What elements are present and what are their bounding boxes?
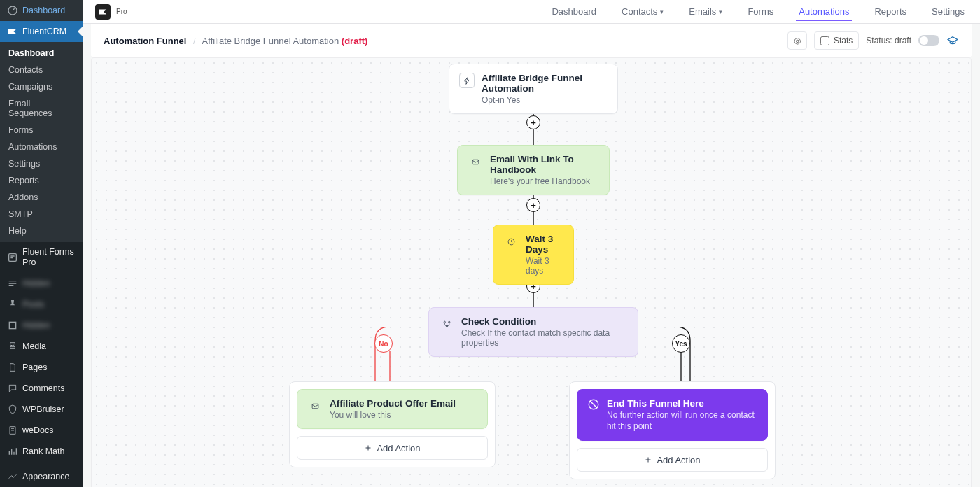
automation-header: Automation Funnel / Affiliate Bridge Fun… bbox=[91, 24, 972, 58]
appearance-icon bbox=[7, 471, 18, 482]
svg-rect-12 bbox=[312, 404, 318, 409]
stop-icon bbox=[587, 398, 600, 411]
pro-badge: Pro bbox=[116, 8, 127, 15]
chart-icon bbox=[7, 446, 18, 457]
wp-menu-comments[interactable]: Comments bbox=[0, 378, 83, 399]
wp-menu-hidden[interactable]: Hidden bbox=[0, 273, 83, 294]
breadcrumb: Automation Funnel / Affiliate Bridge Fun… bbox=[104, 36, 368, 46]
bolt-icon bbox=[459, 73, 475, 88]
wp-menu-dashboard[interactable]: Dashboard bbox=[0, 0, 83, 21]
trigger-node[interactable]: Affiliate Bridge Funnel Automation Opt-i… bbox=[449, 64, 618, 114]
wp-menu-wpbruiser[interactable]: WPBruiser bbox=[0, 399, 83, 420]
wp-menu-fluent-forms[interactable]: Fluent Forms Pro bbox=[0, 242, 83, 273]
fluentcrm-icon bbox=[7, 26, 18, 37]
nav-label: Emails bbox=[689, 6, 716, 17]
wp-menu-label: Fluent Forms Pro bbox=[22, 247, 76, 268]
shield-icon bbox=[7, 404, 18, 415]
generic-icon bbox=[7, 278, 18, 289]
crumb-separator: / bbox=[193, 36, 196, 46]
wp-menu-pages[interactable]: Pages bbox=[0, 357, 83, 378]
wp-menu-label: Comments bbox=[22, 383, 64, 394]
email-node[interactable]: Email With Link To Handbook Here's your … bbox=[457, 145, 610, 195]
nav-label: Contacts bbox=[622, 6, 657, 17]
submenu-contacts[interactable]: Contacts bbox=[0, 62, 83, 78]
wp-menu-label: Posts bbox=[22, 299, 44, 310]
wp-menu-appearance[interactable]: Appearance bbox=[0, 466, 83, 487]
add-action-button[interactable]: Add Action bbox=[297, 436, 488, 460]
add-step-button[interactable]: + bbox=[526, 198, 540, 212]
wp-menu-hidden2[interactable]: Hidden bbox=[0, 315, 83, 336]
svg-rect-2 bbox=[9, 322, 15, 328]
submenu-automations[interactable]: Automations bbox=[0, 139, 83, 155]
wp-menu-label: Media bbox=[22, 341, 46, 352]
crm-top-nav: Dashboard Contacts▾ Emails▾ Forms Automa… bbox=[549, 2, 967, 21]
wp-menu-label: Rank Math bbox=[22, 446, 64, 457]
add-action-button[interactable]: Add Action bbox=[577, 448, 768, 472]
svg-point-7 bbox=[444, 321, 445, 323]
connector-no-down bbox=[374, 351, 402, 386]
submenu-smtp[interactable]: SMTP bbox=[0, 206, 83, 223]
stats-button[interactable]: Stats bbox=[814, 31, 859, 50]
submenu-addons[interactable]: Addons bbox=[0, 189, 83, 206]
main-area: Pro Dashboard Contacts▾ Emails▾ Forms Au… bbox=[83, 0, 980, 487]
fluentcrm-submenu: Dashboard Contacts Campaigns Email Seque… bbox=[0, 42, 83, 242]
add-step-button[interactable]: + bbox=[526, 115, 540, 129]
fluentcrm-logo bbox=[95, 4, 111, 20]
nav-automations[interactable]: Automations bbox=[796, 2, 852, 21]
submenu-email-sequences[interactable]: Email Sequences bbox=[0, 95, 83, 122]
status-toggle[interactable] bbox=[918, 35, 939, 46]
wp-menu-label: weDocs bbox=[22, 425, 53, 436]
mail-icon bbox=[307, 398, 323, 414]
add-action-label: Add Action bbox=[657, 455, 700, 465]
submenu-campaigns[interactable]: Campaigns bbox=[0, 78, 83, 95]
nav-contacts[interactable]: Contacts▾ bbox=[619, 2, 666, 21]
branch-no-label: No bbox=[374, 334, 393, 353]
nav-dashboard[interactable]: Dashboard bbox=[549, 2, 599, 21]
wp-menu-media[interactable]: Media bbox=[0, 336, 83, 357]
generic-icon bbox=[7, 320, 18, 331]
stats-label: Stats bbox=[834, 36, 853, 45]
node-subtitle: Check If the contact match specific data… bbox=[461, 328, 628, 348]
branch-yes-label: Yes bbox=[672, 334, 690, 353]
nav-settings[interactable]: Settings bbox=[929, 2, 967, 21]
automation-canvas[interactable]: + + + Affiliate Bridge Funnel Automation… bbox=[91, 58, 972, 487]
email-node[interactable]: Affiliate Product Offer Email You will l… bbox=[297, 389, 488, 429]
end-node[interactable]: End This Funnel Here No further action w… bbox=[577, 389, 768, 441]
node-title: Check Condition bbox=[461, 316, 628, 327]
wp-menu-posts[interactable]: Posts bbox=[0, 294, 83, 315]
page-icon bbox=[7, 362, 18, 373]
submenu-forms[interactable]: Forms bbox=[0, 122, 83, 139]
nav-emails[interactable]: Emails▾ bbox=[686, 2, 725, 21]
wp-menu-label: Hidden bbox=[22, 320, 50, 331]
branch-box-yes: End This Funnel Here No further action w… bbox=[569, 381, 776, 479]
wp-menu-label: Appearance bbox=[22, 472, 69, 482]
crumb-root: Automation Funnel bbox=[104, 36, 186, 46]
submenu-reports[interactable]: Reports bbox=[0, 172, 83, 189]
wait-node[interactable]: Wait 3 Days Wait 3 days bbox=[493, 225, 574, 285]
branch-box-no: Affiliate Product Offer Email You will l… bbox=[289, 381, 496, 467]
wp-menu-fluentcrm[interactable]: FluentCRM bbox=[0, 21, 83, 42]
submenu-dashboard[interactable]: Dashboard bbox=[0, 45, 83, 62]
node-subtitle: No further action will run once a contac… bbox=[607, 410, 757, 432]
nav-reports[interactable]: Reports bbox=[872, 2, 909, 21]
add-action-label: Add Action bbox=[377, 443, 420, 453]
wp-menu-label: Dashboard bbox=[22, 6, 65, 16]
wp-menu-rankmath[interactable]: Rank Math bbox=[0, 441, 83, 462]
wp-menu-wedocs[interactable]: weDocs bbox=[0, 420, 83, 441]
condition-node[interactable]: Check Condition Check If the contact mat… bbox=[428, 307, 638, 357]
stats-checkbox[interactable] bbox=[820, 36, 830, 45]
branch-icon bbox=[439, 316, 454, 332]
node-title: End This Funnel Here bbox=[607, 398, 757, 409]
help-icon[interactable] bbox=[946, 34, 959, 47]
node-subtitle: You will love this bbox=[330, 410, 456, 420]
svg-point-8 bbox=[448, 321, 449, 323]
submenu-help[interactable]: Help bbox=[0, 223, 83, 239]
dashboard-icon bbox=[7, 5, 18, 16]
media-icon bbox=[7, 341, 18, 352]
chevron-down-icon: ▾ bbox=[719, 8, 722, 15]
view-button[interactable]: ◎ bbox=[788, 31, 807, 50]
nav-forms[interactable]: Forms bbox=[745, 2, 776, 21]
submenu-settings[interactable]: Settings bbox=[0, 155, 83, 172]
node-title: Affiliate Product Offer Email bbox=[330, 398, 456, 409]
node-subtitle: Here's your free Handbook bbox=[490, 176, 599, 186]
